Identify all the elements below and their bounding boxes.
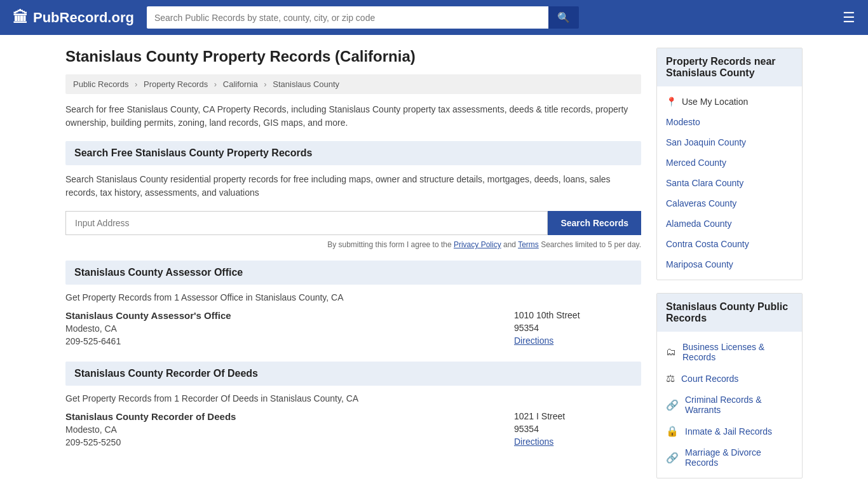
assessor-office-name: Stanislaus County Assessor's Office (65, 310, 501, 321)
use-location-label: Use My Location (682, 97, 748, 107)
site-header: 🏛 PubRecord.org 🔍 ☰ (0, 0, 868, 35)
main-content: Stanislaus County Property Records (Cali… (65, 48, 641, 488)
sidebar-criminal-records[interactable]: 🔗 Criminal Records & Warrants (657, 390, 802, 420)
assessor-left: Stanislaus County Assessor's Office Mode… (65, 310, 501, 346)
sidebar-inmate-records[interactable]: 🔒 Inmate & Jail Records (657, 420, 802, 442)
business-icon: 🗂 (666, 346, 676, 358)
business-licenses-label: Business Licenses & Records (682, 342, 793, 362)
sidebar-item-merced[interactable]: Merced County (657, 152, 802, 173)
terms-link[interactable]: Terms (518, 240, 539, 249)
alameda-label: Alameda County (666, 219, 732, 229)
public-records-list: 🗂 Business Licenses & Records ⚖ Court Re… (657, 332, 802, 478)
santa-clara-label: Santa Clara County (666, 178, 743, 188)
sidebar-item-calaveras[interactable]: Calaveras County (657, 193, 802, 214)
assessor-phone: 209-525-6461 (65, 336, 501, 346)
inmate-records-label: Inmate & Jail Records (685, 426, 772, 437)
court-icon: ⚖ (666, 372, 675, 384)
assessor-section-header: Stanislaus County Assessor Office (65, 261, 641, 285)
header-search-form: 🔍 (147, 6, 579, 29)
form-note: By submitting this form I agree to the P… (65, 240, 641, 249)
sidebar-court-records[interactable]: ⚖ Court Records (657, 367, 802, 390)
public-records-card: Stanislaus County Public Records 🗂 Busin… (656, 293, 803, 478)
assessor-office-entry: Stanislaus County Assessor's Office Mode… (65, 310, 641, 346)
assessor-right: 1010 10th Street 95354 Directions (514, 310, 641, 346)
page-description: Search for free Stanislaus County, CA Pr… (65, 103, 641, 130)
search-limit-note: Searches limited to 5 per day. (541, 240, 641, 249)
search-sub-description: Search Stanislaus County residential pro… (65, 173, 641, 200)
recorder-street: 1021 I Street (514, 411, 641, 421)
sidebar-item-modesto[interactable]: Modesto (657, 112, 802, 132)
nearby-records-card: Property Records near Stanislaus County … (656, 48, 803, 280)
recorder-left: Stanislaus County Recorder of Deeds Mode… (65, 411, 501, 447)
header-search-input[interactable] (147, 6, 548, 29)
sidebar-marriage-records[interactable]: 🔗 Marriage & Divorce Records (657, 442, 802, 473)
sidebar-item-alameda[interactable]: Alameda County (657, 214, 802, 234)
criminal-icon: 🔗 (666, 399, 679, 411)
location-icon: 📍 (666, 97, 677, 107)
marriage-icon: 🔗 (666, 452, 679, 464)
recorder-directions-link[interactable]: Directions (514, 437, 553, 447)
use-my-location-item[interactable]: 📍 Use My Location (657, 92, 802, 112)
recorder-right: 1021 I Street 95354 Directions (514, 411, 641, 447)
sidebar-item-santa-clara[interactable]: Santa Clara County (657, 173, 802, 193)
logo-text: PubRecord.org (33, 10, 134, 26)
assessor-description: Get Property Records from 1 Assessor Off… (65, 292, 641, 302)
court-records-label: Court Records (681, 374, 738, 384)
recorder-office-entry: Stanislaus County Recorder of Deeds Mode… (65, 411, 641, 447)
breadcrumb: Public Records › Property Records › Cali… (65, 74, 641, 94)
criminal-records-label: Criminal Records & Warrants (685, 395, 793, 415)
form-note-text: By submitting this form I agree to the (327, 240, 451, 249)
nearby-records-header: Property Records near Stanislaus County (657, 48, 802, 86)
recorder-office-name: Stanislaus County Recorder of Deeds (65, 411, 501, 422)
public-records-header: Stanislaus County Public Records (657, 294, 802, 332)
recorder-phone: 209-525-5250 (65, 437, 501, 447)
search-records-button[interactable]: Search Records (548, 211, 641, 235)
address-input[interactable] (65, 211, 548, 235)
assessor-zip: 95354 (514, 323, 641, 333)
recorder-section-header: Stanislaus County Recorder Of Deeds (65, 362, 641, 386)
marriage-records-label: Marriage & Divorce Records (685, 447, 793, 468)
inmate-icon: 🔒 (666, 425, 679, 437)
page-title: Stanislaus County Property Records (Cali… (65, 48, 641, 65)
calaveras-label: Calaveras County (666, 198, 736, 208)
sidebar-item-mariposa[interactable]: Mariposa County (657, 254, 802, 274)
assessor-section: Stanislaus County Assessor Office Get Pr… (65, 261, 641, 346)
sidebar-item-contra-costa[interactable]: Contra Costa County (657, 234, 802, 254)
assessor-directions-link[interactable]: Directions (514, 336, 553, 346)
recorder-zip: 95354 (514, 424, 641, 434)
breadcrumb-public-records[interactable]: Public Records (73, 79, 128, 89)
modesto-label: Modesto (666, 117, 700, 127)
logo-icon: 🏛 (13, 9, 28, 27)
breadcrumb-property-records[interactable]: Property Records (144, 79, 208, 89)
sidebar-business-licenses[interactable]: 🗂 Business Licenses & Records (657, 337, 802, 367)
mariposa-label: Mariposa County (666, 259, 733, 269)
recorder-section: Stanislaus County Recorder Of Deeds Get … (65, 362, 641, 447)
breadcrumb-california[interactable]: California (223, 79, 258, 89)
assessor-street: 1010 10th Street (514, 310, 641, 320)
site-logo[interactable]: 🏛 PubRecord.org (13, 9, 134, 27)
san-joaquin-label: San Joaquin County (666, 137, 746, 147)
privacy-policy-link[interactable]: Privacy Policy (454, 240, 501, 249)
sidebar-item-san-joaquin[interactable]: San Joaquin County (657, 132, 802, 152)
breadcrumb-stanislaus: Stanislaus County (273, 79, 339, 89)
hamburger-menu-button[interactable]: ☰ (843, 10, 855, 26)
recorder-city: Modesto, CA (65, 424, 501, 435)
nearby-records-list: 📍 Use My Location Modesto San Joaquin Co… (657, 86, 802, 280)
recorder-description: Get Property Records from 1 Recorder Of … (65, 393, 641, 403)
assessor-city: Modesto, CA (65, 323, 501, 334)
search-section-header: Search Free Stanislaus County Property R… (65, 141, 641, 165)
contra-costa-label: Contra Costa County (666, 239, 749, 249)
property-search-form: Search Records (65, 211, 641, 235)
main-container: Stanislaus County Property Records (Cali… (53, 35, 815, 488)
sidebar: Property Records near Stanislaus County … (656, 48, 803, 488)
header-search-button[interactable]: 🔍 (548, 6, 579, 29)
merced-label: Merced County (666, 158, 726, 168)
